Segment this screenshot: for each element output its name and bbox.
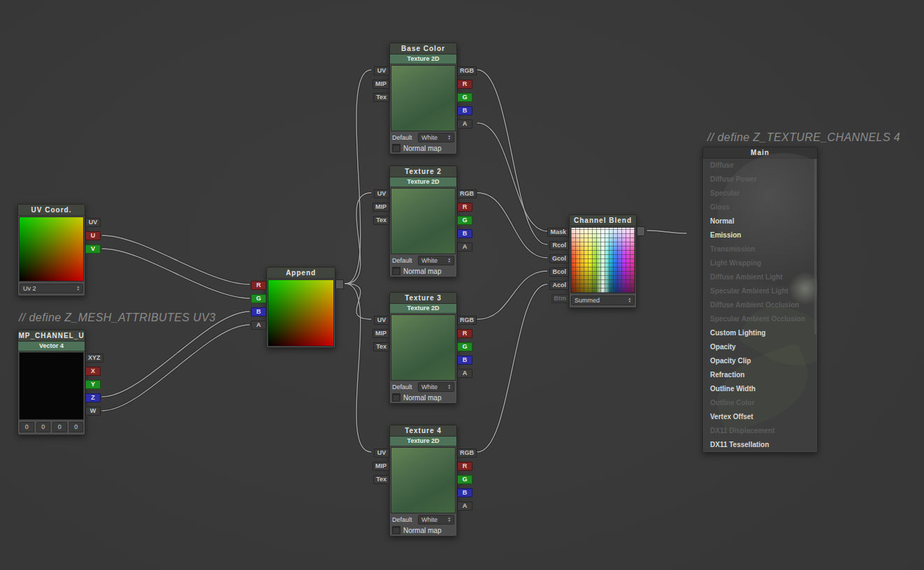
vector-component-field[interactable]: 0 <box>52 422 67 432</box>
main-input-row: Specular Ambient Light <box>703 284 817 298</box>
channel-blend-output-stub[interactable] <box>637 226 645 236</box>
input-port[interactable]: Mask <box>547 228 569 237</box>
node-title[interactable]: MP_CHANNEL_U <box>18 330 85 342</box>
output-port[interactable]: B <box>457 488 472 497</box>
input-port[interactable]: Tex <box>373 93 389 102</box>
output-port[interactable]: XYZ <box>85 353 103 363</box>
node-texture-base-color[interactable]: Base Color Texture 2D Default White ▲▼ N… <box>389 43 457 154</box>
input-port[interactable]: G <box>251 294 266 303</box>
output-port[interactable]: Y <box>85 380 101 389</box>
output-port[interactable]: X <box>85 367 101 376</box>
output-port[interactable]: G <box>457 475 472 484</box>
output-port[interactable]: W <box>85 407 101 416</box>
main-input-row: DX11 Tessellation <box>703 438 817 452</box>
wire <box>477 284 547 452</box>
node-texture-4[interactable]: Texture 4 Texture 2D Default White ▲▼ No… <box>389 425 457 536</box>
output-port[interactable]: R <box>457 203 472 212</box>
input-port[interactable]: Btm <box>551 294 570 303</box>
input-port[interactable]: Acol <box>549 281 569 290</box>
node-title[interactable]: Main <box>703 147 817 159</box>
blend-mode-dropdown[interactable]: Summed ▲▼ <box>571 295 635 305</box>
main-input-row: Specular Ambient Occlusion <box>703 312 817 326</box>
vector-component-field[interactable]: 0 <box>69 422 84 432</box>
input-port[interactable]: B <box>251 307 266 316</box>
node-editor-canvas[interactable]: // define Z_MESH_ATTRIBUTES UV3 // defin… <box>0 0 924 570</box>
input-port[interactable]: MIP <box>373 203 389 212</box>
node-title[interactable]: UV Coord. <box>18 205 85 216</box>
vector-component-field[interactable]: 0 <box>20 422 34 432</box>
output-port[interactable]: G <box>457 342 472 351</box>
input-port[interactable]: MIP <box>373 462 389 471</box>
output-port[interactable]: RGB <box>457 66 477 75</box>
input-port[interactable]: Tex <box>373 475 389 484</box>
output-port[interactable]: Z <box>85 393 101 402</box>
node-title[interactable]: Texture 3 <box>390 293 456 304</box>
node-append[interactable]: Append RGBA <box>266 267 335 348</box>
main-input-label: Outline Color <box>703 396 817 410</box>
input-port[interactable]: UV <box>374 189 389 198</box>
output-port[interactable]: A <box>457 242 472 251</box>
input-port[interactable]: UV <box>374 448 389 458</box>
output-port[interactable]: UV <box>85 218 101 227</box>
output-port[interactable]: RGB <box>457 316 477 325</box>
wire <box>345 284 371 452</box>
node-vector4[interactable]: MP_CHANNEL_U Vector 4 0000 XYZXYZW <box>17 330 85 435</box>
output-port[interactable]: RGB <box>457 448 477 458</box>
node-texture-2[interactable]: Texture 2 Texture 2D Default White ▲▼ No… <box>389 166 457 277</box>
normal-map-checkbox[interactable] <box>392 393 400 402</box>
node-main[interactable]: Main Diffuse Diffuse Power Specular <box>702 147 818 453</box>
output-port[interactable]: R <box>457 80 472 89</box>
output-port[interactable]: U <box>85 231 101 240</box>
input-port[interactable]: MIP <box>373 329 389 338</box>
main-input-row: Diffuse Power <box>703 173 817 187</box>
output-port[interactable]: A <box>457 119 472 129</box>
node-title[interactable]: Channel Blend <box>570 215 636 226</box>
node-uv-coord[interactable]: UV Coord. Uv 2 ▲▼ UVUV <box>17 204 85 296</box>
uv-channel-dropdown[interactable]: Uv 2 ▲▼ <box>20 284 83 293</box>
main-scrollbar-thumb[interactable] <box>814 159 816 335</box>
input-port[interactable]: R <box>251 281 266 290</box>
dropdown-value: White <box>421 134 438 141</box>
input-port[interactable]: A <box>251 321 266 330</box>
default-texture-dropdown[interactable]: White ▲▼ <box>418 382 454 392</box>
input-port[interactable]: UV <box>374 66 389 75</box>
node-channel-blend[interactable]: Channel Blend Summed ▲▼ MaskRcolGcolBcol… <box>569 214 637 308</box>
default-texture-dropdown[interactable]: White ▲▼ <box>418 515 454 525</box>
output-port[interactable]: R <box>457 462 472 471</box>
output-port[interactable]: A <box>457 369 472 378</box>
default-texture-dropdown[interactable]: White ▲▼ <box>418 256 454 265</box>
normal-map-checkbox[interactable] <box>392 267 400 275</box>
output-port[interactable]: R <box>457 329 472 338</box>
output-port[interactable]: RGB <box>457 189 477 198</box>
normal-map-label: Normal map <box>403 268 441 275</box>
input-port[interactable]: Bcol <box>549 268 569 277</box>
input-port[interactable]: Rcol <box>549 241 569 250</box>
node-texture-3[interactable]: Texture 3 Texture 2D Default White ▲▼ No… <box>389 292 457 404</box>
normal-map-checkbox[interactable] <box>392 526 400 534</box>
stepper-icon: ▲▼ <box>448 517 451 522</box>
vector-component-field[interactable]: 0 <box>36 422 51 432</box>
input-port[interactable]: Tex <box>373 216 389 225</box>
input-port[interactable]: Gcol <box>549 254 569 263</box>
append-output-stub[interactable] <box>335 279 344 289</box>
wire <box>345 70 371 284</box>
output-port[interactable]: B <box>457 356 472 365</box>
input-port[interactable]: Tex <box>373 342 389 351</box>
texture-preview <box>391 188 456 254</box>
output-port[interactable]: V <box>85 244 101 254</box>
node-title[interactable]: Append <box>267 268 335 279</box>
output-port[interactable]: G <box>457 93 472 102</box>
default-texture-dropdown[interactable]: White ▲▼ <box>418 133 454 142</box>
node-title[interactable]: Texture 4 <box>390 425 456 437</box>
output-port[interactable]: A <box>457 502 472 511</box>
output-port[interactable]: G <box>457 216 472 225</box>
input-port[interactable]: MIP <box>373 80 389 89</box>
normal-map-checkbox[interactable] <box>392 144 400 152</box>
input-port[interactable]: UV <box>374 316 389 325</box>
node-title[interactable]: Texture 2 <box>390 166 456 177</box>
output-port[interactable]: B <box>457 106 472 115</box>
output-port[interactable]: B <box>457 229 472 238</box>
node-title[interactable]: Base Color <box>390 43 456 54</box>
main-input-label: Diffuse Ambient Light <box>703 270 817 284</box>
append-inputs: RGBA <box>251 281 266 330</box>
